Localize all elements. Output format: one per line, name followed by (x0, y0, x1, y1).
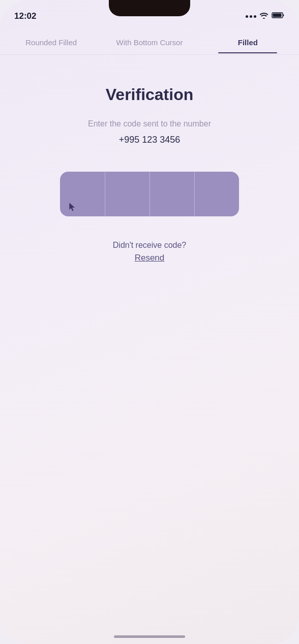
phone-frame: 12:02 Rounded Filled (0, 0, 299, 644)
battery-icon (272, 12, 285, 21)
wifi-icon (259, 12, 268, 21)
tab-rounded-filled[interactable]: Rounded Filled (2, 32, 100, 53)
otp-input-container[interactable] (60, 172, 239, 216)
svg-rect-1 (273, 14, 282, 17)
resend-question: Didn't receive code? (113, 241, 186, 250)
otp-box-4[interactable] (194, 172, 239, 216)
mouse-cursor-icon (67, 202, 77, 212)
phone-number: +995 123 3456 (119, 135, 181, 145)
status-icons (246, 12, 285, 21)
tab-with-bottom-cursor[interactable]: With Bottom Cursor (100, 32, 198, 53)
page-title: Verification (106, 85, 194, 104)
tab-bar: Rounded Filled With Bottom Cursor Filled (0, 30, 299, 55)
otp-box-3[interactable] (150, 172, 194, 216)
tab-filled[interactable]: Filled (199, 32, 297, 53)
main-content: Verification Enter the code sent to the … (0, 55, 299, 644)
notch (109, 0, 190, 16)
resend-link[interactable]: Resend (135, 253, 165, 263)
home-bar (114, 635, 185, 638)
subtitle-text: Enter the code sent to the number (88, 118, 211, 130)
signal-icon (246, 15, 256, 18)
otp-box-2[interactable] (105, 172, 150, 216)
status-time: 12:02 (14, 11, 36, 21)
resend-section: Didn't receive code? Resend (113, 241, 186, 263)
otp-box-1[interactable] (60, 172, 105, 216)
